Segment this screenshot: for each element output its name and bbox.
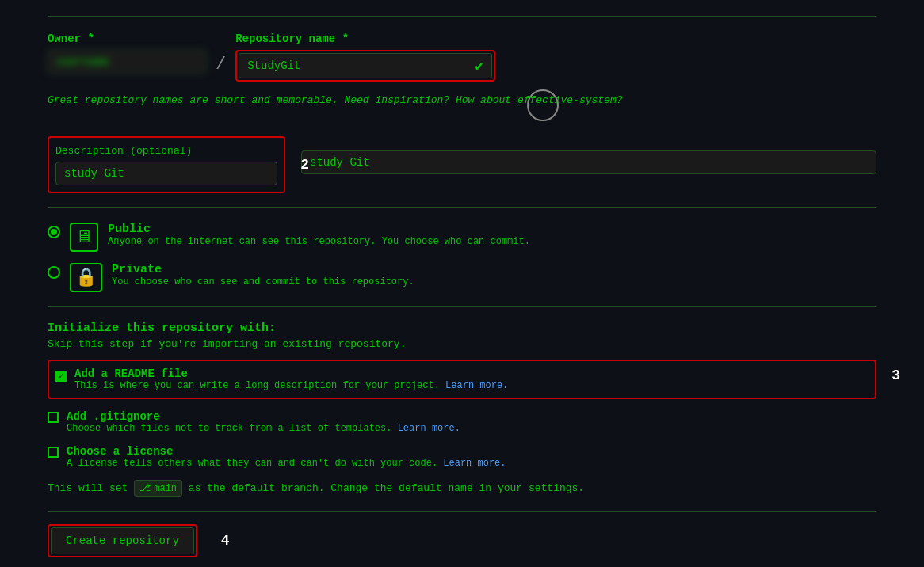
divider-1	[48, 207, 876, 208]
branch-text-after: as the default branch. Change the defaul…	[189, 482, 584, 494]
branch-icon: ⎇	[139, 482, 151, 494]
readme-label: Add a README file	[74, 367, 508, 380]
create-repo-btn-wrapper: Create repository	[48, 524, 197, 557]
bottom-divider	[48, 511, 876, 512]
owner-repo-container: Owner * / Repository name * ✔	[48, 32, 876, 89]
public-icon: 🖥	[70, 223, 98, 252]
repo-name-checkmark: ✔	[475, 57, 483, 74]
visibility-section: 🖥 Public Anyone on the internet can see …	[48, 223, 876, 292]
top-divider	[48, 16, 876, 17]
gitignore-learn-more[interactable]: Learn more.	[398, 423, 460, 434]
description-label: Description (optional)	[55, 144, 277, 157]
owner-repo-row: Owner * / Repository name * ✔	[48, 32, 495, 82]
license-checkbox-wrapper[interactable]	[48, 447, 59, 461]
readme-option: Add a README file This is where you can …	[48, 360, 876, 399]
repo-name-outer: ✔	[235, 50, 495, 82]
private-radio[interactable]	[48, 266, 60, 279]
license-checkbox[interactable]	[48, 447, 59, 458]
owner-input[interactable]	[48, 50, 206, 74]
repo-name-input-wrapper: ✔	[239, 53, 492, 78]
gitignore-description: Choose which files not to track from a l…	[67, 423, 460, 434]
public-description: Anyone on the internet can see this repo…	[108, 236, 530, 247]
gitignore-checkbox[interactable]	[48, 412, 59, 423]
gitignore-option: Add .gitignore Choose which files not to…	[48, 410, 876, 434]
license-description: A license tells others what they can and…	[67, 458, 506, 469]
divider-2	[48, 306, 876, 307]
license-label: Choose a license	[67, 445, 506, 458]
private-radio-wrapper[interactable]	[48, 266, 60, 282]
repo-name-input[interactable]	[247, 59, 475, 72]
readme-option-wrapper: Add a README file This is where you can …	[48, 360, 876, 399]
branch-code: ⎇ main	[134, 480, 182, 497]
private-description: You choose who can see and commit to thi…	[112, 276, 414, 287]
readme-learn-more[interactable]: Learn more.	[445, 380, 508, 391]
owner-label: Owner *	[48, 32, 206, 45]
license-learn-more[interactable]: Learn more.	[443, 458, 506, 469]
init-title: Initialize this repository with:	[48, 322, 876, 335]
repo-name-section: Repository name * ✔	[235, 32, 495, 82]
readme-checkbox-wrapper[interactable]	[55, 369, 67, 382]
readme-text: Add a README file This is where you can …	[74, 367, 508, 391]
gitignore-text: Add .gitignore Choose which files not to…	[67, 410, 460, 434]
description-full-input[interactable]	[301, 150, 876, 174]
private-label: Private	[112, 263, 414, 276]
init-subtitle: Skip this step if you're importing an ex…	[48, 338, 876, 350]
visibility-public-option: 🖥 Public Anyone on the internet can see …	[48, 223, 876, 252]
init-section: Initialize this repository with: Skip th…	[48, 322, 876, 469]
annotation-2: 2	[300, 157, 309, 173]
readme-description: This is where you can write a long descr…	[74, 380, 508, 391]
public-text: Public Anyone on the internet can see th…	[108, 223, 530, 247]
gitignore-label: Add .gitignore	[67, 410, 460, 423]
page-container: Owner * / Repository name * ✔	[0, 0, 924, 567]
public-radio[interactable]	[48, 226, 60, 238]
default-branch-text: This will set ⎇ main as the default bran…	[48, 480, 876, 497]
desc-box-outer: Description (optional) 2	[48, 120, 285, 193]
public-radio-wrapper[interactable]	[48, 226, 60, 242]
slash-separator: /	[212, 55, 229, 74]
create-repo-section: Create repository 4	[48, 524, 876, 557]
repo-name-label: Repository name *	[235, 32, 495, 45]
branch-name: main	[154, 483, 177, 494]
repo-name-box: ✔	[235, 50, 495, 82]
description-input[interactable]	[55, 162, 277, 185]
visibility-private-option: 🔒 Private You choose who can see and com…	[48, 263, 876, 292]
private-text: Private You choose who can see and commi…	[112, 263, 414, 287]
annotation-4: 4	[221, 533, 230, 549]
private-icon: 🔒	[70, 263, 102, 292]
owner-section: Owner *	[48, 32, 206, 74]
license-option: Choose a license A license tells others …	[48, 445, 876, 469]
public-label: Public	[108, 223, 530, 236]
repo-name-hint: Great repository names are short and mem…	[48, 94, 876, 106]
readme-checkbox[interactable]	[55, 371, 67, 382]
create-repo-button[interactable]: Create repository	[51, 527, 194, 554]
annotation-3: 3	[892, 367, 900, 383]
gitignore-checkbox-wrapper[interactable]	[48, 412, 59, 426]
license-text: Choose a license A license tells others …	[67, 445, 506, 469]
description-section: Description (optional)	[48, 136, 285, 193]
description-row: Description (optional) 2	[48, 120, 876, 193]
branch-text-before: This will set	[48, 482, 128, 494]
